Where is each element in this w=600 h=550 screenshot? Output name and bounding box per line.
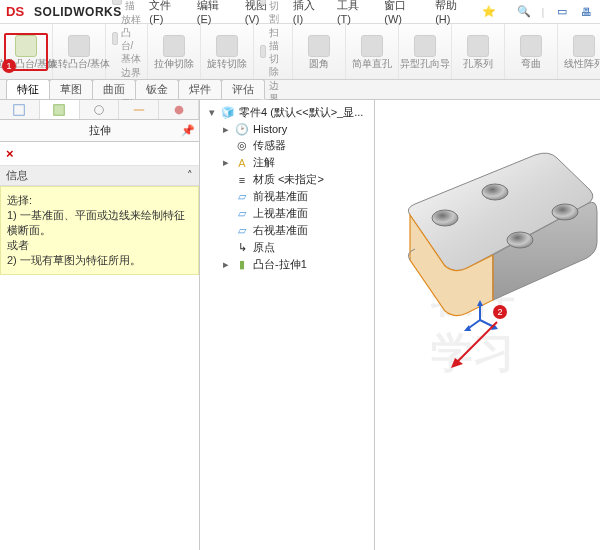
menu-file[interactable]: 文件(F) — [147, 0, 184, 25]
tab-features[interactable]: 特征 — [6, 79, 50, 99]
tree-right-plane[interactable]: ▱右视基准面 — [202, 222, 372, 239]
flex-button[interactable]: 弯曲 — [511, 35, 551, 69]
loft-cut-button[interactable]: 放样切割 — [260, 0, 286, 25]
tree-material[interactable]: ≡材质 <未指定> — [202, 171, 372, 188]
tab-sheetmetal[interactable]: 钣金 — [135, 79, 179, 99]
menu-tools[interactable]: 工具(T) — [335, 0, 372, 25]
annotation-arrow — [449, 318, 501, 370]
svg-point-7 — [552, 204, 578, 220]
callout-badge-1: 1 — [2, 59, 16, 73]
linear-pattern-button[interactable]: 线性阵列 — [564, 35, 600, 69]
tab-evaluate[interactable]: 评估 — [221, 79, 265, 99]
tree-annotations[interactable]: ▸A注解 — [202, 154, 372, 171]
panel-tab-display[interactable] — [159, 100, 199, 119]
svg-point-4 — [432, 210, 458, 226]
menu-bar: DS SOLIDWORKS 文件(F) 编辑(E) 视图(V) 插入(I) 工具… — [0, 0, 600, 24]
loft-boss-button[interactable]: 放样凸台/基体 — [112, 13, 141, 65]
info-section-header[interactable]: 信息 ˄ — [0, 166, 199, 186]
hole-wizard-button[interactable]: 异型孔向导 — [405, 35, 445, 69]
extrude-cut-button[interactable]: 拉伸切除 — [154, 35, 194, 69]
pm-title-bar: 拉伸 📌 — [0, 120, 199, 142]
panel-tab-dim[interactable] — [119, 100, 159, 119]
tree-extrude1[interactable]: ▸▮凸台-拉伸1 — [202, 256, 372, 273]
extrude-boss-button[interactable]: 拉伸凸台/基体 1 — [6, 35, 46, 69]
tree-history[interactable]: ▸🕑History — [202, 121, 372, 137]
logo-ds: DS — [6, 4, 24, 19]
svg-point-6 — [507, 232, 533, 248]
tab-surfaces[interactable]: 曲面 — [92, 79, 136, 99]
feature-tabs: 特征 草图 曲面 钣金 焊件 评估 — [0, 80, 600, 100]
revolve-boss-button[interactable]: 旋转凸台/基体 — [59, 35, 99, 69]
simple-hole-button[interactable]: 简单直孔 — [352, 35, 392, 69]
svg-point-2 — [95, 105, 104, 114]
panel-tab-config[interactable] — [80, 100, 120, 119]
sweep-cut-button[interactable]: 扫描切除 — [260, 26, 286, 78]
svg-line-14 — [455, 322, 497, 364]
svg-point-5 — [482, 184, 508, 200]
tab-sketch[interactable]: 草图 — [49, 79, 93, 99]
new-doc-icon[interactable]: ▭ — [554, 4, 569, 20]
info-section-body: 选择: 1) 一基准面、平面或边线来绘制特征横断面。 或者 2) 一现有草图为特… — [0, 186, 199, 275]
svg-point-3 — [174, 105, 183, 114]
tab-weldments[interactable]: 焊件 — [178, 79, 222, 99]
menu-insert[interactable]: 插入(I) — [291, 0, 325, 25]
panel-tab-property-manager[interactable] — [40, 100, 80, 119]
panel-tabs — [0, 100, 199, 120]
tree-front-plane[interactable]: ▱前视基准面 — [202, 188, 372, 205]
logo-solidworks: SOLIDWORKS — [34, 5, 122, 19]
graphics-viewport[interactable]: 软件 学习 — [375, 100, 600, 550]
menu-edit[interactable]: 编辑(E) — [195, 0, 233, 25]
revolve-cut-button[interactable]: 旋转切除 — [207, 35, 247, 69]
pm-close-button[interactable]: × — [0, 142, 199, 166]
pm-title: 拉伸 — [89, 123, 111, 138]
menu-dropdown-icon[interactable]: ⭐ — [482, 4, 497, 20]
callout-badge-2: 2 — [493, 305, 507, 319]
hole-series-button[interactable]: 孔系列 — [458, 35, 498, 69]
ribbon: 拉伸凸台/基体 1 旋转凸台/基体 扫描 放样凸台/基体 边界凸台/基体 拉伸切… — [0, 24, 600, 80]
tree-top-plane[interactable]: ▱上视基准面 — [202, 205, 372, 222]
svg-rect-1 — [54, 104, 65, 115]
tree-origin[interactable]: ↳原点 — [202, 239, 372, 256]
panel-tab-feature-tree[interactable] — [0, 100, 40, 119]
svg-marker-9 — [477, 300, 483, 306]
sweep-button[interactable]: 扫描 — [112, 0, 141, 12]
svg-marker-15 — [451, 358, 463, 368]
tree-root[interactable]: ▾🧊零件4 (默认<<默认>_显... — [202, 104, 372, 121]
property-manager: 拉伸 📌 × 信息 ˄ 选择: 1) 一基准面、平面或边线来绘制特征横断面。 或… — [0, 100, 200, 550]
svg-rect-0 — [14, 104, 25, 115]
pin-icon[interactable]: 📌 — [181, 124, 195, 137]
feature-tree: ▾🧊零件4 (默认<<默认>_显... ▸🕑History ◎传感器 ▸A注解 … — [200, 100, 375, 550]
menu-help[interactable]: 帮助(H) — [433, 0, 472, 25]
main-area: 拉伸 📌 × 信息 ˄ 选择: 1) 一基准面、平面或边线来绘制特征横断面。 或… — [0, 100, 600, 550]
tree-sensors[interactable]: ◎传感器 — [202, 137, 372, 154]
print-icon[interactable]: 🖶 — [579, 4, 594, 20]
collapse-icon[interactable]: ˄ — [187, 169, 193, 182]
menu-window[interactable]: 窗口(W) — [382, 0, 423, 25]
search-icon[interactable]: 🔍 — [517, 4, 532, 20]
fillet-button[interactable]: 圆角 — [299, 35, 339, 69]
